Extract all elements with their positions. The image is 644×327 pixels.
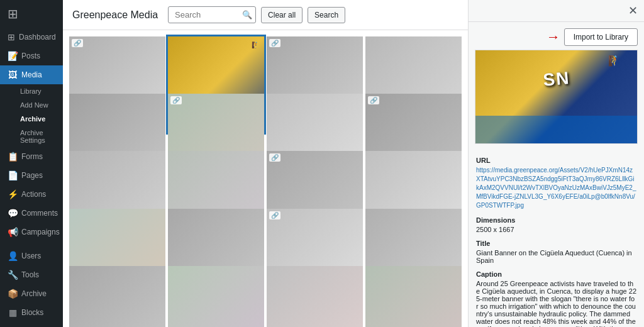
clear-all-button[interactable]: Clear all [261,7,303,23]
media-type-icon: 🔗 [170,96,182,104]
sidebar-item-posts[interactable]: 📝 Posts [0,47,63,65]
media-grid: 🔗 SN 🧗 🔗 [63,30,468,327]
users-icon: 👤 [8,251,18,261]
sidebar-item-actions[interactable]: ⚡ Actions [0,185,63,204]
media-container: Greenpeace Media 🔍 Clear all Search 🔗 SN [63,0,644,327]
submenu-archive[interactable]: Archive [15,112,63,126]
red-arrow-icon: → [547,29,560,45]
attachment-preview: → Import to Library SN 🧗 [469,22,644,150]
pages-icon: 📄 [8,170,18,180]
submenu-library[interactable]: Library [15,84,63,98]
sidebar-item-comments[interactable]: 💬 Comments [0,204,63,223]
sidebar: ⊞ ⊞ Dashboard 📝 Posts 🖼 Media Library Ad… [0,0,63,327]
sidebar-item-label: Pages [21,171,43,180]
sidebar-item-label: Tools [21,270,39,279]
sidebar-item-label: Dashboard [19,33,56,42]
search-button[interactable]: Search [308,7,345,23]
dimensions-label: Dimensions [476,216,636,224]
attachment-panel: ✕ → Import to Library SN 🧗 URL [468,0,644,327]
dashboard-icon: ⊞ [8,32,15,42]
media-type-icon: 🔗 [72,39,83,47]
media-type-icon: 🔗 [269,211,280,219]
media-type-icon: 🔗 [269,153,280,162]
sidebar-item-tools[interactable]: 🔧 Tools [0,265,63,284]
media-item[interactable] [267,266,363,327]
media-item[interactable] [168,266,264,327]
close-button[interactable]: ✕ [628,5,638,16]
collapse-menu[interactable]: ◀ Collapse menu [0,322,63,327]
url-link[interactable]: https://media.greenpeace.org/Assets/V2/h… [476,167,636,209]
attachment-panel-header: ✕ [469,0,644,22]
submenu-archive-settings-label: Archive Settings [20,129,58,144]
sidebar-item-label: Media [21,70,42,79]
sidebar-item-blocks[interactable]: ▦ Blocks [0,303,63,322]
sidebar-item-label: Posts [21,52,40,60]
sidebar-item-label: Actions [21,190,46,199]
url-value: https://media.greenpeace.org/Assets/V2/h… [476,166,636,210]
sidebar-item-archive[interactable]: 📦 Archive [0,284,63,303]
media-title: Greenpeace Media [72,9,158,21]
submenu-archive-label: Archive [20,115,45,123]
sidebar-item-dashboard[interactable]: ⊞ Dashboard [0,28,63,47]
caption-section: Caption Around 25 Greenpeace activists h… [476,270,636,327]
campaigns-icon: 📢 [8,227,18,237]
media-submenu: Library Add New Archive Archive Settings [0,84,63,147]
sidebar-item-label: Blocks [21,308,43,317]
sidebar-item-pages[interactable]: 📄 Pages [0,166,63,185]
sidebar-item-label: Users [21,252,41,260]
sidebar-item-label: Archive [21,289,47,298]
sidebar-item-campaigns[interactable]: 📢 Campaigns [0,223,63,241]
media-toolbar: Greenpeace Media 🔍 Clear all Search [63,0,468,30]
caption-value: Around 25 Greenpeace activists have trav… [476,280,636,327]
title-value: Giant Banner on the Cigüela Aqueduct (Cu… [476,249,636,264]
submenu-add-new[interactable]: Add New [15,98,63,112]
caption-label: Caption [476,270,636,278]
sidebar-item-forms[interactable]: 📋 Forms [0,147,63,166]
media-icon: 🖼 [8,70,18,80]
title-section: Title Giant Banner on the Cigüela Aquedu… [476,240,636,264]
wp-logo: ⊞ [0,0,63,28]
tools-icon: 🔧 [8,270,18,280]
archive-icon: 📦 [8,289,18,299]
media-type-icon: 🔗 [269,39,280,47]
submenu-add-new-label: Add New [20,101,48,109]
search-submit-icon[interactable]: 🔍 [242,10,252,19]
attachment-details: URL https://media.greenpeace.org/Assets/… [469,150,644,327]
sidebar-item-media[interactable]: 🖼 Media [0,65,63,84]
media-library: Greenpeace Media 🔍 Clear all Search 🔗 SN [63,0,468,327]
submenu-library-label: Library [20,87,42,95]
forms-icon: 📋 [8,152,18,162]
title-label: Title [476,240,636,247]
actions-icon: ⚡ [8,189,18,199]
comments-icon: 💬 [8,208,18,218]
url-section: URL https://media.greenpeace.org/Assets/… [476,157,636,210]
main-content: Greenpeace Media 🔍 Clear all Search 🔗 SN [63,0,644,327]
sidebar-item-label: Forms [21,152,43,161]
submenu-archive-settings[interactable]: Archive Settings [15,126,63,147]
media-type-icon: 🔗 [368,96,379,104]
search-input-wrap: 🔍 [168,6,256,23]
blocks-icon: ▦ [8,308,18,318]
url-label: URL [476,157,636,164]
sidebar-item-label: Campaigns [21,228,60,236]
dimensions-section: Dimensions 2500 x 1667 [476,216,636,233]
sidebar-item-label: Comments [21,209,58,218]
posts-icon: 📝 [8,51,18,61]
import-to-library-button[interactable]: Import to Library [564,28,638,46]
media-item[interactable] [69,266,165,327]
sidebar-item-users[interactable]: 👤 Users [0,247,63,265]
dimensions-value: 2500 x 1667 [476,226,636,233]
arrow-indicator: → Import to Library [475,28,638,46]
media-item[interactable] [365,266,462,327]
